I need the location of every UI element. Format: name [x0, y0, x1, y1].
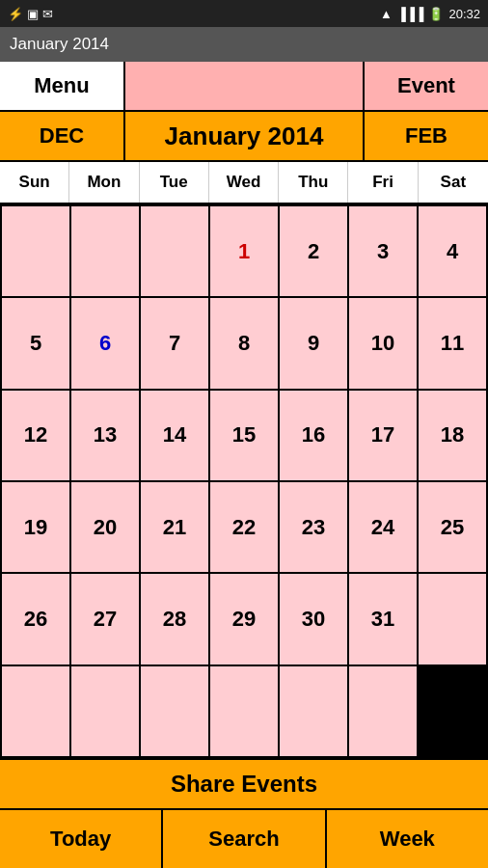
calendar-day[interactable]: 20	[71, 482, 141, 574]
calendar-day[interactable]: 7	[141, 298, 210, 390]
calendar-day	[71, 666, 141, 758]
calendar-day[interactable]: 29	[210, 574, 280, 665]
event-button[interactable]: Event	[363, 62, 488, 110]
menu-button[interactable]: Menu	[0, 62, 125, 110]
calendar-day[interactable]: 17	[349, 391, 419, 482]
calendar-day	[141, 666, 210, 758]
share-events-button[interactable]: Share Events	[0, 758, 488, 808]
day-header-mon: Mon	[69, 162, 139, 203]
calendar-day[interactable]: 15	[210, 391, 280, 482]
calendar-day[interactable]: 8	[210, 298, 280, 390]
calendar-day[interactable]: 1	[210, 206, 280, 298]
day-header-sat: Sat	[419, 162, 488, 203]
calendar-day	[2, 666, 71, 758]
page-title: January 2014	[10, 35, 109, 54]
calendar-day[interactable]: 21	[141, 482, 210, 574]
status-bar: ⚡ ▣ ✉ ▲ ▐▐▐ 🔋 20:32	[0, 0, 488, 27]
signal-icon: ▐▐▐	[397, 7, 424, 21]
battery-icon: 🔋	[428, 7, 444, 21]
day-header-wed: Wed	[209, 162, 279, 203]
calendar-day	[349, 666, 419, 758]
status-left-icons: ⚡ ▣ ✉	[8, 7, 53, 21]
calendar-day[interactable]: 30	[280, 574, 349, 665]
calendar-day	[280, 666, 349, 758]
status-right-info: ▲ ▐▐▐ 🔋 20:32	[380, 7, 480, 21]
calendar-day[interactable]: 28	[141, 574, 210, 665]
today-button[interactable]: Today	[0, 810, 163, 868]
bbm-icon: ▣	[27, 7, 39, 21]
day-headers: SunMonTueWedThuFriSat	[0, 162, 488, 204]
calendar-day	[71, 206, 141, 298]
calendar-day	[210, 666, 280, 758]
calendar-day[interactable]: 5	[2, 298, 71, 390]
calendar-day[interactable]: 23	[280, 482, 349, 574]
calendar-day[interactable]: 24	[349, 482, 419, 574]
calendar-day[interactable]: 26	[2, 574, 71, 665]
day-header-fri: Fri	[348, 162, 418, 203]
bottom-nav: Today Search Week	[0, 808, 488, 868]
search-button[interactable]: Search	[163, 810, 326, 868]
menu-event-bar: Menu Event	[0, 62, 488, 112]
calendar-grid: 1234567891011121314151617181920212223242…	[0, 204, 488, 758]
calendar-day	[419, 574, 488, 665]
calendar-day[interactable]: 16	[280, 391, 349, 482]
calendar-day[interactable]: 27	[71, 574, 141, 665]
calendar-day[interactable]: 22	[210, 482, 280, 574]
calendar-day[interactable]: 18	[419, 391, 488, 482]
prev-month-button[interactable]: DEC	[0, 112, 125, 160]
calendar-day[interactable]: 11	[419, 298, 488, 390]
calendar-day[interactable]: 6	[71, 298, 141, 390]
usb-icon: ⚡	[8, 7, 23, 21]
menu-event-spacer	[125, 62, 363, 110]
day-header-tue: Tue	[140, 162, 209, 203]
calendar-day[interactable]: 12	[2, 391, 71, 482]
calendar-day[interactable]: 14	[141, 391, 210, 482]
calendar-day[interactable]: 25	[419, 482, 488, 574]
next-month-button[interactable]: FEB	[363, 112, 488, 160]
calendar-day[interactable]: 19	[2, 482, 71, 574]
calendar-day[interactable]: 13	[71, 391, 141, 482]
day-header-sun: Sun	[0, 162, 69, 203]
month-nav: DEC January 2014 FEB	[0, 112, 488, 162]
calendar-day[interactable]: 4	[419, 206, 488, 298]
wifi-icon: ▲	[380, 7, 393, 21]
calendar-day[interactable]: 9	[280, 298, 349, 390]
current-month-label: January 2014	[125, 112, 363, 160]
calendar-day[interactable]: 31	[349, 574, 419, 665]
calendar-day[interactable]: 10	[349, 298, 419, 390]
calendar-day	[2, 206, 71, 298]
calendar-day	[141, 206, 210, 298]
day-header-thu: Thu	[279, 162, 348, 203]
calendar-day[interactable]: 3	[349, 206, 419, 298]
clock: 20:32	[448, 7, 480, 21]
calendar-day[interactable]: 2	[280, 206, 349, 298]
week-button[interactable]: Week	[327, 810, 488, 868]
email-icon: ✉	[42, 7, 53, 21]
title-bar: January 2014	[0, 27, 488, 62]
